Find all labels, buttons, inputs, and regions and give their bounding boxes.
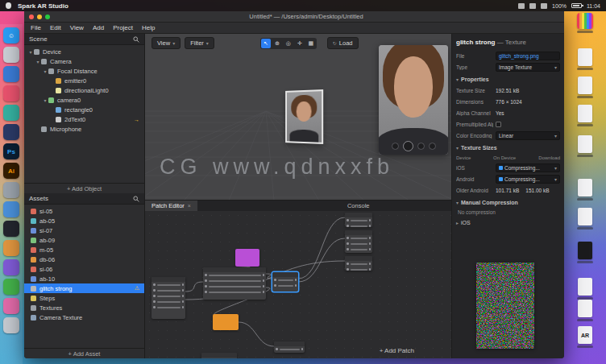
search-icon[interactable] — [133, 36, 139, 43]
asset-ab-05[interactable]: ab-05 — [24, 216, 144, 225]
dock-app-navy[interactable] — [3, 124, 19, 140]
asset-glitch-strong[interactable]: glitch strong⚠ — [24, 283, 144, 293]
dock-app-gray[interactable] — [3, 47, 19, 63]
effect-button[interactable] — [417, 143, 425, 150]
desktop-dark-file-icon[interactable] — [575, 242, 595, 263]
input-socket[interactable] — [153, 289, 156, 292]
input-socket[interactable] — [347, 219, 349, 221]
dock-illustrator[interactable]: Ai — [3, 163, 19, 179]
effect-button[interactable] — [392, 143, 399, 150]
type-dropdown[interactable]: Image Texture ▾ — [496, 63, 560, 72]
select-tool-icon[interactable]: ↖ — [261, 39, 271, 48]
desktop-file-icon-8[interactable] — [575, 300, 595, 321]
minimize-window-button[interactable] — [37, 14, 42, 19]
dock-app-silver[interactable] — [3, 182, 19, 198]
dock-app-dark[interactable] — [3, 221, 19, 237]
scene-node-rectangle0[interactable]: rectangle0 — [24, 105, 144, 114]
dock-app-blue[interactable] — [3, 66, 19, 82]
patch-node[interactable] — [345, 256, 372, 271]
output-socket[interactable] — [182, 306, 185, 308]
window-titlebar[interactable]: Untitled* — /Users/admin/Desktop/Untitle… — [24, 11, 564, 23]
search-icon[interactable] — [133, 196, 139, 202]
patch-graph[interactable]: + Add Patch — [145, 211, 451, 358]
desktop-file-icon-1[interactable] — [575, 48, 595, 70]
zoom-tool-icon[interactable]: ⊕ — [272, 39, 282, 48]
input-socket[interactable] — [347, 237, 349, 239]
asset-db-06[interactable]: db-06 — [24, 254, 144, 264]
output-socket[interactable] — [369, 248, 371, 250]
patch-node[interactable] — [213, 314, 239, 330]
scene-node-2dtext0[interactable]: 2dText0→ — [24, 114, 144, 124]
dock-app-green[interactable] — [3, 279, 19, 295]
scene-node-microphone[interactable]: Microphone — [24, 124, 144, 134]
wifi-icon[interactable] — [541, 3, 547, 9]
patch-node[interactable] — [274, 341, 305, 353]
keyboard-icon[interactable] — [518, 3, 525, 9]
output-socket[interactable] — [263, 279, 265, 282]
capture-button[interactable] — [403, 141, 413, 151]
tab-console[interactable]: Console — [341, 201, 376, 211]
output-socket[interactable] — [369, 219, 371, 221]
menu-help[interactable]: Help — [142, 24, 155, 31]
dock-app-pink[interactable] — [3, 298, 19, 314]
input-socket[interactable] — [274, 279, 276, 281]
menu-view[interactable]: View — [70, 24, 84, 31]
add-object-button[interactable]: + Add Object — [24, 183, 144, 193]
output-socket[interactable] — [182, 283, 185, 286]
viewport[interactable]: View ▾ Filter ▾ ↖⊕◎✛▦ ↻ Load — [145, 34, 451, 201]
dock-finder[interactable]: ☺ — [3, 27, 19, 43]
compression-dropdown[interactable]: Compressing...▾ — [496, 175, 560, 184]
desktop-file-icon-7[interactable] — [575, 278, 595, 300]
frame-tool-icon[interactable]: ▦ — [306, 39, 316, 48]
property-dropdown[interactable]: Linear▾ — [496, 131, 560, 140]
output-socket[interactable] — [263, 291, 265, 293]
input-socket[interactable] — [347, 242, 349, 245]
add-patch-button[interactable]: + Add Patch — [380, 347, 414, 354]
desktop-colorful-app-icon[interactable] — [575, 13, 595, 33]
dock-app-purple[interactable] — [3, 259, 19, 275]
desktop-file-icon-2[interactable] — [575, 77, 595, 98]
scene-node-camera[interactable]: ▾Camera — [24, 56, 144, 66]
output-socket[interactable] — [369, 268, 371, 271]
input-socket[interactable] — [276, 348, 278, 350]
menu-project[interactable]: Project — [113, 24, 133, 31]
close-tab-icon[interactable]: × — [188, 203, 191, 209]
dock-app-teal[interactable] — [3, 105, 19, 121]
asset-si-06[interactable]: si-06 — [24, 264, 144, 274]
input-socket[interactable] — [347, 225, 349, 227]
dock-app-blue2[interactable] — [3, 201, 19, 217]
file-picker[interactable]: glitch_strong.png — [496, 52, 560, 60]
scene-node-device[interactable]: ▾Device — [24, 47, 144, 56]
desktop-ar-file-icon[interactable]: AR — [575, 326, 595, 348]
property-checkbox[interactable] — [496, 122, 501, 127]
output-socket[interactable] — [182, 300, 185, 303]
tree-expand-icon[interactable]: ▾ — [42, 68, 48, 74]
section-properties[interactable]: ▾ Properties — [456, 74, 560, 85]
scene-node-emitter0[interactable]: emitter0 — [24, 76, 144, 85]
output-socket[interactable] — [295, 279, 297, 281]
output-socket[interactable] — [369, 237, 371, 239]
output-socket[interactable] — [182, 295, 185, 297]
patch-node[interactable] — [235, 249, 259, 267]
tree-expand-icon[interactable]: ▾ — [42, 97, 48, 103]
input-socket[interactable] — [347, 268, 349, 271]
asset-steps[interactable]: Steps — [24, 293, 144, 303]
asset-ab-10[interactable]: ab-10 — [24, 274, 144, 283]
patch-node[interactable] — [345, 213, 372, 227]
compression-dropdown[interactable]: Compressing...▾ — [496, 163, 560, 172]
desktop-file-icon-3[interactable] — [575, 105, 595, 126]
asset-si-05[interactable]: si-05 — [24, 206, 144, 216]
load-button[interactable]: ↻ Load — [327, 37, 359, 49]
pan-tool-icon[interactable]: ✛ — [295, 39, 305, 48]
tree-expand-icon[interactable]: ▾ — [35, 59, 41, 64]
manual-compression-row-ios[interactable]: ▸iOS — [456, 217, 560, 228]
scene-node-directionallight0[interactable]: directionalLight0 — [24, 85, 144, 95]
output-socket[interactable] — [263, 274, 265, 276]
menu-edit[interactable]: Edit — [50, 24, 61, 31]
input-socket[interactable] — [205, 274, 207, 276]
desktop-file-icon-4[interactable] — [575, 135, 595, 157]
input-socket[interactable] — [153, 295, 156, 297]
tree-expand-icon[interactable]: ▾ — [27, 49, 34, 55]
asset-camera-texture[interactable]: Camera Texture — [24, 312, 144, 322]
orbit-tool-icon[interactable]: ◎ — [284, 39, 293, 48]
